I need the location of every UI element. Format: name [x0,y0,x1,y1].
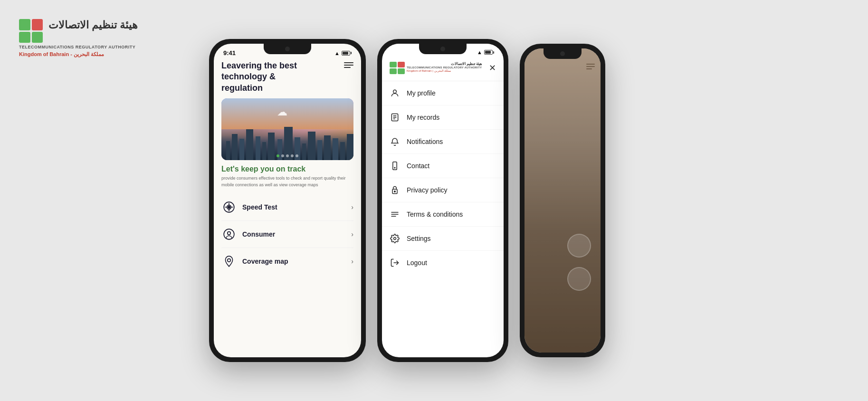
phone2: ▲ [377,39,508,362]
camera1 [285,47,290,51]
svg-point-12 [394,167,395,168]
building2 [232,134,238,160]
logo-arabic: هيئة تنظيم الاتصالات [48,19,138,31]
coverage-map-icon [221,254,237,269]
svg-point-5 [228,259,231,262]
privacy-policy-icon [390,185,400,195]
phone1-time: 9:41 [223,49,236,57]
privacy-policy-label: Privacy policy [407,186,448,194]
building6 [262,142,266,160]
terms-conditions-label: Terms & conditions [407,210,463,218]
settings-icon [390,233,400,244]
speed-test-label: Speed Test [242,203,277,211]
coverage-map-label: Coverage map [242,258,288,265]
logo-sq2 [32,19,43,30]
track-title: Let's keep you on track [221,165,353,173]
notch3 [544,48,582,59]
close-drawer-button[interactable]: ✕ [489,64,496,72]
my-profile-label: My profile [407,89,436,97]
drawer-content: هيئة تنظيم الاتصالات TELECOMMUNICATIONS … [382,57,504,352]
drawer-item-logout[interactable]: Logout [382,251,504,275]
camera3 [560,51,565,56]
drawer-logo-kingdom: Kingdom of Bahrain | مملكة البحرين [407,69,482,72]
phone3-screen [525,48,601,353]
notch1 [264,44,311,54]
hamburger-menu-icon[interactable] [344,62,353,68]
phone1-screen: 9:41 ▲ Leavering the best technology & r… [214,44,361,357]
hero-sky [221,98,353,129]
terms-conditions-icon [390,209,400,220]
phones-container: 9:41 ▲ Leavering the best technology & r… [209,39,605,362]
battery-fill [343,52,348,55]
phone2-battery-fill [485,51,491,54]
building17 [347,134,353,160]
building3 [239,139,244,160]
hero-image: ☁ [221,98,353,160]
phone3-menu-icon [586,64,595,69]
drawer-item-my-records[interactable]: My records [382,105,504,130]
drawer-item-my-profile[interactable]: My profile [382,81,504,105]
phone2-battery-body [484,50,493,55]
phone3-menu-line1 [586,64,595,65]
logo-sq1 [19,19,30,30]
svg-rect-11 [393,162,397,170]
contact-label: Contact [407,162,429,170]
phone3-overlay [525,48,601,353]
svg-point-18 [394,238,396,240]
drawer-item-notifications[interactable]: Notifications [382,130,504,154]
drawer-logo-text-col: هيئة تنظيم الاتصالات TELECOMMUNICATIONS … [407,62,482,72]
hero-dot-5[interactable] [296,154,298,157]
phone2-battery-tip [493,51,494,54]
hero-city: ☁ [221,98,353,160]
phone2-screen: ▲ [382,44,504,357]
svg-point-4 [228,232,231,235]
building13 [317,140,322,160]
consumer-icon [221,227,237,242]
phone3-circle2 [567,267,591,291]
hero-dots [277,154,298,157]
building7 [268,133,275,160]
drawer-sq2 [398,62,405,67]
logo-area: هيئة تنظيم الاتصالات TELECOMMUNICATIONS … [19,19,138,57]
hero-dot-2[interactable] [281,154,284,157]
speed-test-chevron: › [351,203,353,211]
my-records-label: My records [407,114,439,121]
my-profile-icon [390,88,400,98]
hero-dot-3[interactable] [286,154,289,157]
menu-item-speed-test[interactable]: Speed Test › [221,194,353,221]
phone3-menu-line3 [586,68,592,69]
building11 [302,143,306,160]
hero-dot-1[interactable] [277,154,279,157]
notifications-label: Notifications [407,138,443,145]
logo-graphic: هيئة تنظيم الاتصالات [19,19,138,43]
consumer-chevron: › [351,230,353,238]
menu-item-consumer[interactable]: Consumer › [221,221,353,248]
menu-item-coverage-map[interactable]: Coverage map › [221,248,353,275]
drawer-item-privacy-policy[interactable]: Privacy policy [382,178,504,202]
phone3 [520,44,605,357]
building1 [226,141,230,160]
menu-item-speed-test-left: Speed Test [221,200,277,215]
building14 [324,135,331,160]
drawer-item-settings[interactable]: Settings [382,227,504,251]
battery-icon [342,51,352,56]
cloud-icon: ☁ [277,106,287,118]
camera2 [440,47,445,51]
drawer-logo-row: هيئة تنظيم الاتصالات TELECOMMUNICATIONS … [390,62,482,74]
hero-dot-4[interactable] [291,154,294,157]
logo-kingdom: Kingdom of Bahrain - مملكة البحرين [19,51,138,57]
drawer-logo-squares [390,62,405,74]
building4 [246,129,253,160]
notifications-icon [390,136,400,147]
svg-point-3 [224,229,234,239]
phone3-menu-line2 [586,66,595,67]
building5 [256,136,260,160]
drawer-item-terms-conditions[interactable]: Terms & conditions [382,202,504,227]
track-desc: provide consumers effective tools to che… [221,175,353,188]
building15 [333,138,338,160]
logout-icon [390,258,400,268]
drawer-item-contact[interactable]: Contact [382,154,504,178]
logo-squares [19,19,43,43]
phone1: 9:41 ▲ Leavering the best technology & r… [209,39,366,362]
logo-sq3 [19,32,30,43]
